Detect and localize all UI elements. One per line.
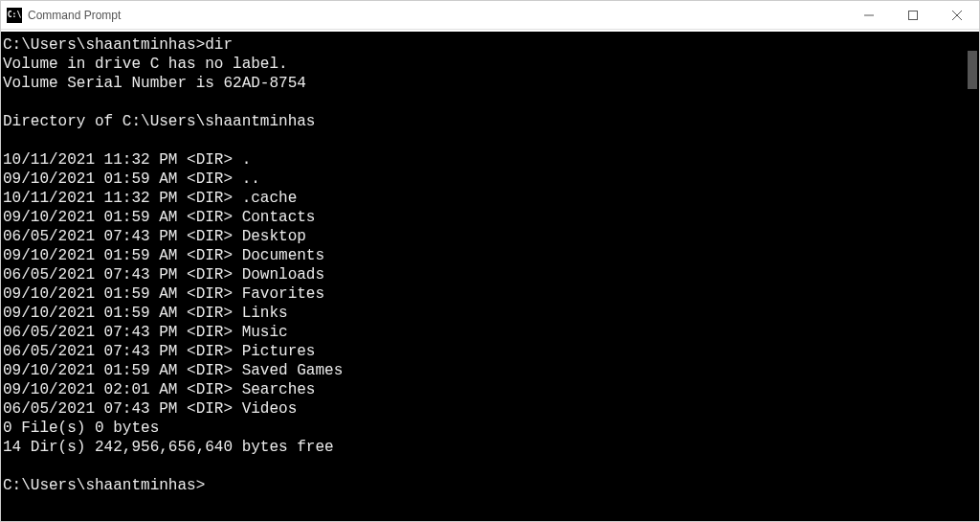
- minimize-button[interactable]: [847, 1, 891, 29]
- directory-of-line: Directory of C:\Users\shaantminhas: [3, 112, 977, 131]
- titlebar[interactable]: C:\ Command Prompt: [1, 1, 979, 30]
- volume-line: Volume in drive C has no label.: [3, 55, 977, 74]
- dir-entry: 09/10/2021 01:59 AM <DIR> ..: [3, 170, 977, 189]
- dir-entry: 09/10/2021 02:01 AM <DIR> Searches: [3, 380, 977, 399]
- prompt-path: C:\Users\shaantminhas>: [3, 477, 205, 494]
- svg-rect-1: [909, 11, 918, 19]
- serial-line: Volume Serial Number is 62AD-8754: [3, 74, 977, 93]
- maximize-icon: [908, 11, 918, 20]
- prompt-path: C:\Users\shaantminhas>: [3, 36, 205, 54]
- blank-line: [3, 457, 977, 476]
- prompt-line-2: C:\Users\shaantminhas>: [3, 476, 977, 495]
- dir-entry: 06/05/2021 07:43 PM <DIR> Downloads: [3, 265, 977, 284]
- window-controls: [847, 1, 979, 29]
- terminal-area[interactable]: C:\Users\shaantminhas>dir Volume in driv…: [1, 30, 979, 521]
- blank-line: [3, 93, 977, 112]
- dir-entry: 06/05/2021 07:43 PM <DIR> Videos: [3, 399, 977, 419]
- prompt-line: C:\Users\shaantminhas>dir: [3, 35, 977, 55]
- dir-entry: 09/10/2021 01:59 AM <DIR> Saved Games: [3, 361, 977, 380]
- dir-entry: 09/10/2021 01:59 AM <DIR> Contacts: [3, 208, 977, 227]
- dir-entry: 06/05/2021 07:43 PM <DIR> Pictures: [3, 342, 977, 361]
- dir-entry: 10/11/2021 11:32 PM <DIR> .: [3, 150, 977, 170]
- app-window: C:\ Command Prompt C:\Users\shaantminhas…: [0, 0, 980, 522]
- dir-listing: 10/11/2021 11:32 PM <DIR> .09/10/2021 01…: [3, 150, 977, 419]
- summary-dirs: 14 Dir(s) 242,956,656,640 bytes free: [3, 438, 977, 457]
- close-icon: [952, 11, 962, 20]
- minimize-icon: [864, 11, 874, 20]
- dir-entry: 06/05/2021 07:43 PM <DIR> Music: [3, 323, 977, 342]
- dir-entry: 09/10/2021 01:59 AM <DIR> Documents: [3, 246, 977, 265]
- blank-line: [3, 131, 977, 150]
- dir-entry: 06/05/2021 07:43 PM <DIR> Desktop: [3, 227, 977, 246]
- app-icon: C:\: [7, 8, 22, 23]
- dir-entry: 09/10/2021 01:59 AM <DIR> Favorites: [3, 284, 977, 304]
- window-title: Command Prompt: [28, 9, 847, 22]
- scrollbar[interactable]: [964, 32, 979, 521]
- app-icon-text: C:\: [8, 11, 21, 19]
- close-button[interactable]: [935, 1, 979, 29]
- dir-entry: 09/10/2021 01:59 AM <DIR> Links: [3, 304, 977, 323]
- summary-files: 0 File(s) 0 bytes: [3, 419, 977, 438]
- text-cursor: [205, 479, 212, 494]
- maximize-button[interactable]: [891, 1, 935, 29]
- dir-entry: 10/11/2021 11:32 PM <DIR> .cache: [3, 189, 977, 208]
- entered-command: dir: [205, 36, 233, 54]
- scrollbar-thumb[interactable]: [968, 51, 977, 89]
